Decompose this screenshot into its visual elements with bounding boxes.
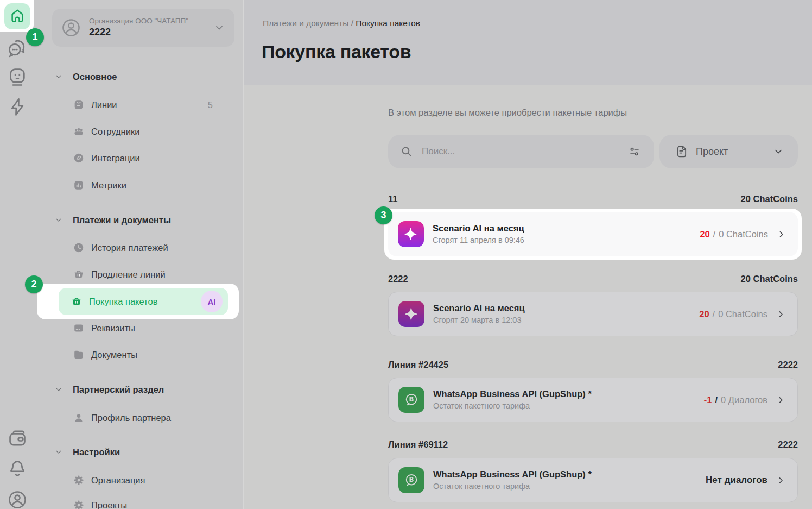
- group-header: 2222 20 ChatCoins: [388, 273, 798, 284]
- sidebar-item-projects[interactable]: Проекты: [35, 492, 243, 509]
- app-window: Организация ООО "ЧАТАПП" 2222 Основное Л…: [0, 0, 812, 509]
- card-amount: 20: [700, 229, 709, 240]
- page-title: Покупка пакетов: [262, 41, 411, 62]
- avatar-icon: [61, 17, 81, 38]
- section-title: Основное: [73, 72, 117, 82]
- basket-icon: [73, 268, 85, 280]
- group-header: 11 20 ChatCoins: [388, 193, 798, 204]
- wallet-icon[interactable]: [7, 429, 28, 449]
- card-title: Scenario AI на месяц: [433, 223, 524, 234]
- sidebar-item-partner-profile[interactable]: Профиль партнера: [35, 404, 243, 431]
- clock-icon: [73, 242, 85, 254]
- sidebar-item-metrics[interactable]: Метрики: [35, 172, 243, 199]
- person-icon: [73, 412, 85, 424]
- sidebar-item-organization[interactable]: Организация: [35, 467, 243, 494]
- section-header-main[interactable]: Основное: [35, 63, 243, 90]
- group-balance: 20 ChatCoins: [741, 274, 798, 284]
- step-badge-2: 2: [25, 275, 43, 293]
- group-header: Линия #69112 2222: [388, 439, 798, 450]
- sidebar-item-documents[interactable]: Документы: [35, 341, 243, 368]
- group-name: 2222: [388, 274, 408, 284]
- card-title: WhatsApp Business API (GupShup) *: [433, 388, 592, 400]
- integrations-icon: [73, 152, 85, 164]
- step-badge-1: 1: [26, 28, 44, 46]
- bell-icon[interactable]: [7, 458, 28, 479]
- group-name: Линия #24425: [388, 360, 448, 370]
- document-icon: [675, 144, 689, 159]
- page-header: Платежи и документы / Покупка пакетов По…: [244, 0, 812, 85]
- organization-value: 2222: [89, 26, 188, 39]
- card-title: WhatsApp Business API (GupShup) *: [433, 469, 592, 480]
- project-filter-label: Проект: [696, 146, 728, 158]
- package-card-scenario-ai-2[interactable]: Scenario AI на месяц Сгорят 20 марта в 1…: [388, 292, 798, 336]
- sidebar-item-label: Линии: [91, 100, 117, 110]
- group-balance: 2222: [778, 439, 798, 450]
- metrics-icon: [73, 179, 85, 191]
- search-bar: [388, 135, 654, 168]
- account-icon[interactable]: [7, 489, 28, 509]
- section-header-partner[interactable]: Партнерский раздел: [35, 376, 243, 403]
- ai-badge: AI: [201, 291, 223, 312]
- home-icon: [9, 8, 26, 24]
- card-total: 0 ChatCoins: [719, 229, 768, 240]
- card-separator: /: [713, 229, 716, 240]
- card-title: Scenario AI на месяц: [433, 303, 525, 314]
- sidebar-item-label: Сотрудники: [91, 127, 139, 137]
- sidebar-item-label: Реквизиты: [91, 323, 135, 334]
- chevron-right-icon: [776, 476, 785, 485]
- whatsapp-icon: [398, 387, 424, 413]
- icon-rail: [0, 0, 35, 509]
- card-amount: 20: [699, 309, 709, 319]
- step-badge-3: 3: [375, 206, 392, 224]
- sidebar-item-label: Покупка пакетов: [89, 297, 157, 307]
- package-card-scenario-ai-1[interactable]: Scenario AI на месяц Сгорят 11 апреля в …: [388, 212, 798, 256]
- sidebar-item-lines[interactable]: Линии 5: [35, 91, 243, 118]
- breadcrumb-current: Покупка пакетов: [356, 18, 420, 28]
- sidebar-item-label: Продление линий: [91, 269, 166, 280]
- filter-sliders-icon[interactable]: [628, 145, 641, 158]
- sidebar-item-package-purchase[interactable]: Покупка пакетов AI: [59, 288, 228, 315]
- package-card-whatsapp-1[interactable]: WhatsApp Business API (GupShup) * Остато…: [388, 378, 798, 422]
- content-area: В этом разделе вы можете приобрести паке…: [244, 85, 812, 509]
- chevron-right-icon: [777, 230, 786, 239]
- lines-icon: [73, 99, 85, 111]
- group-balance: 2222: [778, 360, 798, 370]
- section-title: Настройки: [73, 447, 120, 457]
- chevron-right-icon: [776, 395, 785, 405]
- chats-icon[interactable]: [7, 37, 28, 58]
- section-description: В этом разделе вы можете приобрести паке…: [388, 108, 627, 118]
- basket-icon: [71, 296, 83, 307]
- section-header-payments[interactable]: Платежи и документы: [35, 206, 243, 234]
- section-header-settings[interactable]: Настройки: [35, 438, 243, 466]
- card-subtitle: Сгорят 11 апреля в 09:46: [433, 235, 524, 246]
- sidebar: Организация ООО "ЧАТАПП" 2222 Основное Л…: [35, 0, 244, 509]
- search-input[interactable]: [421, 146, 628, 158]
- scenario-ai-icon: [398, 221, 424, 247]
- sidebar-item-employees[interactable]: Сотрудники: [35, 118, 243, 145]
- card-total: 0 ChatCoins: [718, 309, 767, 319]
- project-filter-dropdown[interactable]: Проект: [659, 135, 798, 168]
- breadcrumb-parent[interactable]: Платежи и документы: [263, 18, 348, 28]
- sidebar-item-label: Документы: [91, 350, 137, 360]
- section-title: Партнерский раздел: [73, 385, 164, 395]
- rail-item-home[interactable]: [4, 3, 30, 29]
- lightning-icon[interactable]: [7, 97, 28, 117]
- people-icon: [73, 125, 85, 137]
- chevron-right-icon: [776, 310, 785, 319]
- card-subtitle: Остаток пакетного тарифа: [433, 481, 592, 492]
- organization-selector[interactable]: Организация ООО "ЧАТАПП" 2222: [52, 9, 234, 47]
- bot-icon[interactable]: [7, 66, 28, 87]
- scenario-ai-icon: [398, 301, 424, 327]
- section-title: Платежи и документы: [73, 215, 171, 225]
- package-card-whatsapp-2[interactable]: WhatsApp Business API (GupShup) * Остато…: [388, 458, 798, 502]
- sidebar-item-label: Профиль партнера: [91, 413, 171, 423]
- chevron-down-icon: [54, 72, 63, 81]
- whatsapp-icon: [398, 467, 424, 493]
- card-total: 0 Диалогов: [721, 395, 767, 405]
- group-name: Линия #69112: [388, 439, 448, 450]
- sidebar-item-payment-history[interactable]: История платежей: [35, 234, 243, 261]
- sidebar-item-requisites[interactable]: Реквизиты: [35, 315, 243, 342]
- chevron-down-icon: [773, 146, 784, 157]
- organization-label: Организация ООО "ЧАТАПП": [89, 17, 188, 26]
- sidebar-item-integrations[interactable]: Интеграции: [35, 144, 243, 172]
